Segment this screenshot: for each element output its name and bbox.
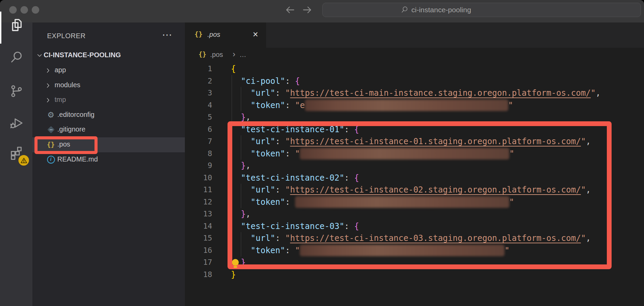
json-icon: {} <box>199 50 206 58</box>
line-number: 3 <box>185 87 212 99</box>
line-number: 15 <box>185 232 212 244</box>
sidebar-header: EXPLORER ⋯ <box>32 29 185 43</box>
line-number: 1 <box>185 63 212 75</box>
tab-pos[interactable]: {} .pos × <box>185 22 266 48</box>
titlebar-search[interactable]: ci-instance-pooling <box>322 3 641 17</box>
chevron-right-icon: › <box>233 49 235 59</box>
redacted-token-value <box>305 100 508 111</box>
json-icon: {} <box>194 30 203 38</box>
search-icon <box>400 6 409 14</box>
breadcrumb-file[interactable]: .pos <box>210 51 223 59</box>
active-indicator <box>0 12 1 44</box>
tab-strip: {} .pos × <box>185 22 644 48</box>
breadcrumb-symbol[interactable]: … <box>239 51 246 59</box>
annotation-box-sidebar <box>34 136 98 154</box>
code-line-4: 4"token": "e" <box>0 99 644 111</box>
search-query-text: ci-instance-pooling <box>411 6 471 14</box>
vscode-window: ci-instance-pooling EXPLORER ⋯ CI-INSTAN… <box>0 0 644 306</box>
code-line-2: 2"ci-pool": { <box>0 75 644 87</box>
line-number: 18 <box>185 269 212 281</box>
tab-label: .pos <box>207 31 220 39</box>
lightbulb-icon[interactable] <box>232 259 239 268</box>
line-number: 10 <box>185 172 212 184</box>
line-number: 4 <box>185 99 212 111</box>
code-text: { <box>231 63 236 75</box>
code-line-18: 18} <box>0 269 644 281</box>
line-number: 7 <box>185 135 212 148</box>
code-text: } <box>231 269 236 281</box>
line-number: 16 <box>185 244 212 257</box>
line-number: 14 <box>185 220 212 232</box>
line-number: 17 <box>185 256 212 269</box>
forward-button[interactable] <box>302 4 314 16</box>
explorer-icon <box>9 17 24 32</box>
titlebar: ci-instance-pooling <box>0 0 644 22</box>
zoom-button[interactable] <box>32 6 39 14</box>
line-number: 2 <box>185 75 212 87</box>
code-line-1: 1{ <box>0 63 644 75</box>
code-line-3: 3"url": "https://test-ci-main-instance.s… <box>0 87 644 99</box>
breadcrumb: {} .pos › … <box>185 48 644 63</box>
line-number: 13 <box>185 208 212 220</box>
more-actions-button[interactable]: ⋯ <box>162 29 172 41</box>
line-number: 6 <box>185 123 212 136</box>
activity-item-explorer[interactable] <box>0 10 32 40</box>
code-text: "ci-pool": { <box>241 75 300 87</box>
line-number: 8 <box>185 148 212 160</box>
back-button[interactable] <box>284 4 296 16</box>
tree-root-ci-instance-pooling[interactable]: CI-INSTANCE-POOLING <box>32 48 185 63</box>
line-number: 12 <box>185 196 212 208</box>
sidebar-title: EXPLORER <box>47 32 86 40</box>
close-icon[interactable]: × <box>250 29 261 40</box>
line-number: 11 <box>185 184 212 196</box>
line-number: 5 <box>185 111 212 123</box>
annotation-box-code <box>228 121 612 269</box>
code-text: "url": "https://test-ci-main-instance.st… <box>251 87 601 99</box>
chevron-down-icon <box>36 52 43 59</box>
code-text: "token": "e" <box>251 99 513 111</box>
arrow-left-icon <box>284 4 296 16</box>
arrow-right-icon <box>302 4 313 16</box>
line-number: 9 <box>185 159 212 172</box>
